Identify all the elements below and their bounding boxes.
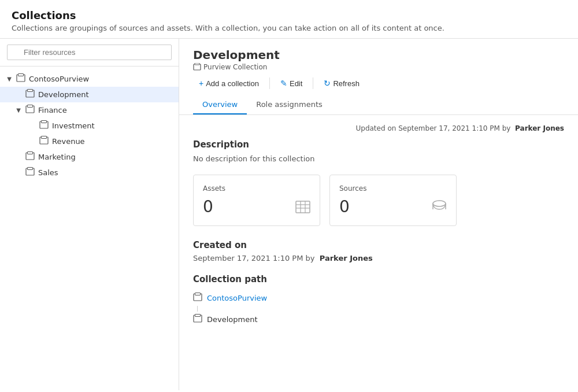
sources-icon — [432, 199, 447, 216]
toolbar: + Add a collection ✎ Edit ↻ Refresh — [193, 71, 564, 91]
main-content: Development Purview Collection + Add a c… — [179, 39, 578, 390]
created-section: Created on September 17, 2021 1:10 PM by… — [193, 240, 564, 262]
created-desc: September 17, 2021 1:10 PM by Parker Jon… — [193, 254, 564, 262]
refresh-button[interactable]: ↻ Refresh — [318, 76, 365, 91]
svg-rect-13 — [28, 168, 33, 170]
edit-icon: ✎ — [280, 79, 287, 88]
collection-icon — [25, 105, 35, 116]
assets-value: 0 — [203, 197, 310, 216]
description-text: No description for this collection — [193, 154, 564, 163]
sources-value: 0 — [339, 197, 447, 216]
path-link-path_contoso[interactable]: ContosoPurview — [207, 294, 267, 302]
page-description: Collections are groupings of sources and… — [12, 24, 566, 32]
svg-rect-27 — [195, 315, 201, 317]
sources-card: Sources 0 — [329, 175, 457, 226]
sources-label: Sources — [339, 184, 447, 193]
sidebar-item-label-sales: Sales — [38, 168, 58, 177]
svg-rect-15 — [195, 63, 199, 65]
plus-icon: + — [199, 79, 203, 88]
path-item-path_dev: Development — [193, 312, 564, 327]
tree: ▼ContosoPurviewDevelopment▼FinanceInvest… — [0, 66, 179, 390]
path-item-path_contoso: ContosoPurview — [193, 290, 564, 306]
svg-rect-11 — [28, 152, 33, 154]
created-title: Created on — [193, 240, 564, 250]
svg-rect-5 — [28, 105, 33, 108]
svg-rect-9 — [42, 136, 47, 139]
collection-icon — [25, 89, 35, 100]
sidebar-item-contoso[interactable]: ▼ContosoPurview — [0, 71, 179, 87]
collection-icon — [25, 167, 35, 178]
collection-icon — [39, 136, 49, 147]
sidebar-item-label-development: Development — [38, 90, 89, 99]
svg-rect-7 — [42, 121, 47, 123]
filter-box: ▷ — [0, 39, 179, 66]
svg-rect-16 — [296, 201, 310, 213]
edit-button[interactable]: ✎ Edit — [275, 76, 308, 91]
svg-rect-25 — [195, 293, 201, 295]
collection-title: Development — [193, 48, 564, 62]
content-header: Development Purview Collection + Add a c… — [179, 39, 578, 115]
sidebar-item-label-contoso: ContosoPurview — [29, 75, 89, 83]
assets-label: Assets — [203, 184, 310, 193]
tab-overview[interactable]: Overview — [193, 95, 247, 114]
created-by: Parker Jones — [320, 254, 373, 262]
svg-rect-1 — [18, 74, 24, 76]
path-title: Collection path — [193, 274, 564, 284]
toolbar-separator-2 — [313, 77, 313, 89]
sidebar-item-revenue[interactable]: Revenue — [0, 134, 179, 149]
tree-chevron: ▼ — [14, 107, 23, 113]
tabs: OverviewRole assignments — [193, 95, 564, 114]
collection-type-icon — [193, 63, 201, 71]
collection-type: Purview Collection — [193, 63, 564, 71]
path-collection-icon — [193, 314, 202, 325]
sidebar-item-marketing[interactable]: Marketing — [0, 149, 179, 165]
filter-input[interactable] — [7, 45, 172, 60]
path-connector — [197, 306, 198, 312]
sidebar-item-investment[interactable]: Investment — [0, 118, 179, 134]
refresh-icon: ↻ — [324, 79, 331, 88]
sidebar-item-label-marketing: Marketing — [38, 153, 76, 161]
cards-row: Assets 0 Sources 0 — [193, 175, 564, 226]
sidebar: ▷ ▼ContosoPurviewDevelopment▼FinanceInve… — [0, 39, 179, 390]
collection-icon — [16, 73, 25, 84]
sidebar-item-label-revenue: Revenue — [52, 137, 85, 146]
add-collection-button[interactable]: + Add a collection — [193, 76, 265, 91]
sidebar-item-finance[interactable]: ▼Finance — [0, 102, 179, 118]
path-items: ContosoPurviewDevelopment — [193, 290, 564, 327]
collection-icon — [25, 151, 35, 162]
updated-line: Updated on September 17, 2021 1:10 PM by… — [193, 124, 564, 132]
updated-by: Parker Jones — [515, 124, 564, 132]
sidebar-item-label-investment: Investment — [52, 121, 95, 130]
toolbar-separator — [269, 77, 270, 89]
path-text-path_dev: Development — [207, 315, 258, 324]
collection-icon — [39, 120, 49, 131]
sidebar-item-sales[interactable]: Sales — [0, 165, 179, 180]
assets-card: Assets 0 — [193, 175, 320, 226]
sidebar-item-label-finance: Finance — [38, 106, 67, 114]
assets-icon — [295, 201, 310, 216]
app-header: Collections Collections are groupings of… — [0, 0, 578, 39]
sidebar-item-development[interactable]: Development — [0, 87, 179, 102]
svg-point-21 — [433, 201, 446, 206]
svg-rect-3 — [28, 90, 33, 92]
page-title: Collections — [12, 9, 566, 21]
description-title: Description — [193, 139, 564, 150]
tree-chevron: ▼ — [5, 76, 14, 82]
content-body: Updated on September 17, 2021 1:10 PM by… — [179, 115, 578, 390]
tab-role_assignments[interactable]: Role assignments — [247, 95, 332, 114]
path-collection-icon — [193, 293, 202, 304]
path-section: Collection path ContosoPurviewDevelopmen… — [193, 274, 564, 327]
